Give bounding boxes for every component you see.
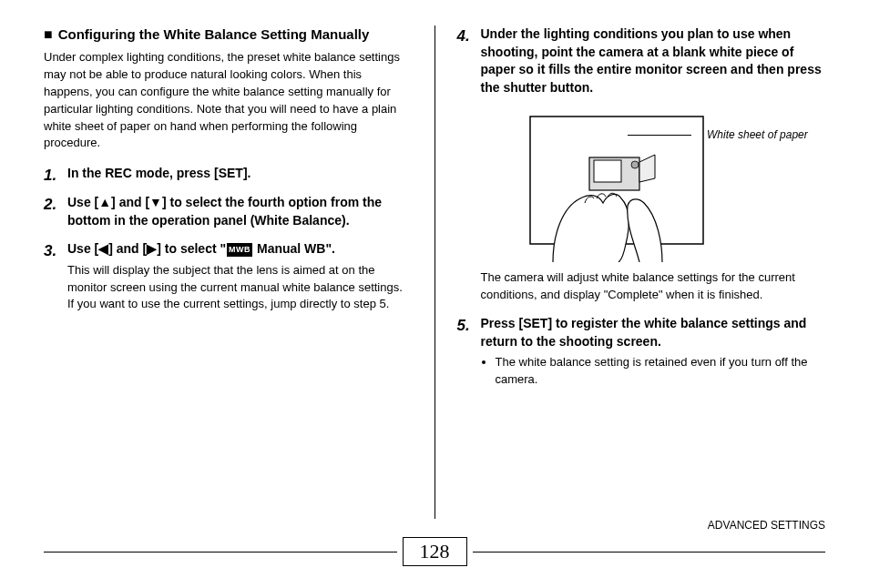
illustration: White sheet of paper — [498, 107, 808, 262]
step-head: Press [SET] to register the white balanc… — [481, 315, 826, 350]
step-body: This will display the subject that the l… — [67, 262, 413, 314]
page-content: ■ Configuring the White Balance Setting … — [0, 0, 869, 519]
footer-rule-right — [473, 552, 826, 553]
step-number: 3. — [44, 240, 56, 263]
footer-label: ADVANCED SETTINGS — [708, 519, 825, 532]
illustration-caption: White sheet of paper — [707, 127, 808, 143]
footer-rule-left — [44, 552, 397, 553]
step-2: 2. Use [▲] and [▼] to select the fourth … — [44, 194, 413, 229]
step-body: The camera will adjust white balance set… — [481, 269, 826, 304]
section-heading: ■ Configuring the White Balance Setting … — [44, 25, 413, 44]
step5-note-item: The white balance setting is retained ev… — [496, 354, 826, 389]
step-number: 5. — [457, 315, 470, 338]
step-note: The white balance setting is retained ev… — [481, 354, 826, 389]
step-number: 1. — [44, 165, 56, 188]
right-column: 4. Under the lighting conditions you pla… — [435, 25, 826, 519]
step-head: Under the lighting conditions you plan t… — [481, 25, 826, 96]
left-column: ■ Configuring the White Balance Setting … — [44, 25, 435, 519]
steps-list-right: 4. Under the lighting conditions you pla… — [457, 25, 826, 389]
step-1: 1. In the REC mode, press [SET]. — [44, 165, 413, 183]
heading-text: Configuring the White Balance Setting Ma… — [58, 25, 370, 44]
step-head: In the REC mode, press [SET]. — [67, 165, 413, 183]
step-number: 4. — [457, 25, 470, 48]
step-5: 5. Press [SET] to register the white bal… — [457, 315, 826, 389]
mwb-icon: MWB — [227, 243, 252, 257]
step-3: 3. Use [◀] and [▶] to select "MWB Manual… — [44, 240, 413, 313]
step3-pre: Use [◀] and [▶] to select " — [67, 241, 226, 256]
steps-list-left: 1. In the REC mode, press [SET]. 2. Use … — [44, 165, 413, 313]
page-number: 128 — [403, 537, 467, 566]
caption-leader-line — [628, 135, 691, 136]
page-footer: 128 ADVANCED SETTINGS — [44, 537, 825, 566]
svg-point-3 — [631, 161, 639, 168]
step-head: Use [◀] and [▶] to select "MWB Manual WB… — [67, 240, 413, 259]
step3-post: Manual WB". — [253, 241, 335, 256]
step-number: 2. — [44, 194, 56, 217]
svg-rect-2 — [594, 160, 621, 182]
step-4: 4. Under the lighting conditions you pla… — [457, 25, 826, 304]
intro-paragraph: Under complex lighting conditions, the p… — [44, 49, 413, 152]
step-head: Use [▲] and [▼] to select the fourth opt… — [67, 194, 413, 229]
square-bullet-icon: ■ — [44, 25, 53, 43]
